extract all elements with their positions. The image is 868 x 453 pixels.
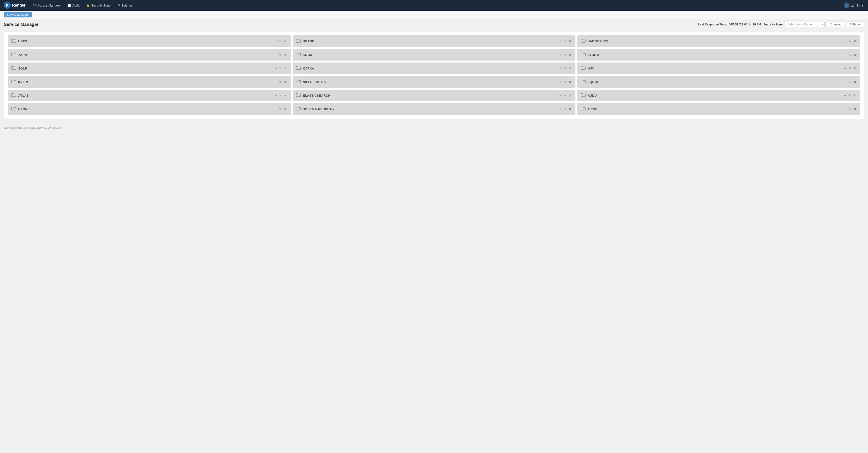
delete-button-solr[interactable]: ✖ [284,67,287,70]
lock-icon: 🔒 [87,4,90,7]
doc-icon: 📄 [68,4,71,7]
service-item-kafka: KAFKA + ✎ ✖ [292,62,575,74]
delete-button-knox[interactable]: ✖ [568,53,572,56]
user-menu[interactable]: 👤 admin ▼ [844,2,864,8]
delete-button-kudu[interactable]: ✖ [853,94,857,97]
nav-item-audit[interactable]: 📄 Audit [65,2,83,9]
username-label: admin [851,4,860,7]
nav-items: 🛡 Access Manager 📄 Audit 🔒 Security Zone… [30,2,844,9]
service-actions-storm: + ✎ ✖ [843,53,857,56]
edit-button-knox[interactable]: ✎ [563,53,567,56]
service-left-sqoop: SQOOP [581,80,599,84]
add-button-hadoop-sql[interactable]: + [843,40,846,43]
delete-button-hbase[interactable]: ✖ [568,40,572,43]
service-item-trino: TRINO + ✎ ✖ [578,103,860,115]
add-button-nifi-registry[interactable]: + [559,81,562,84]
delete-button-kafka[interactable]: ✖ [568,67,572,70]
service-actions-nifi-registry: + ✎ ✖ [559,81,572,84]
nav-item-access-manager[interactable]: 🛡 Access Manager [30,2,64,9]
edit-button-solr[interactable]: ✎ [279,67,282,70]
service-item-atlas: ATLAS + ✎ ✖ [8,90,290,101]
service-actions-ozone: + ✎ ✖ [274,108,287,111]
delete-button-yarn[interactable]: ✖ [284,53,287,56]
zone-select-wrapper: Select Zone Name [786,22,825,27]
add-button-ozone[interactable]: + [274,108,277,111]
service-name-knox: KNOX [303,53,312,57]
service-item-nifi: NIFI + ✎ ✖ [578,62,860,74]
add-button-knox[interactable]: + [559,53,562,56]
nav-item-security-zone[interactable]: 🔒 Security Zone [84,2,114,9]
service-name-hdfs: HDFS [18,39,27,43]
delete-button-kylin[interactable]: ✖ [284,81,287,84]
add-button-hdfs[interactable]: + [274,40,277,43]
add-button-kylin[interactable]: + [274,81,277,84]
edit-button-schema-registry[interactable]: ✎ [563,108,567,111]
import-checkbox-icon: ☑ [830,23,832,26]
import-button[interactable]: ☑ Import [827,22,844,27]
add-button-storm[interactable]: + [843,53,846,56]
nav-item-settings[interactable]: ⚙ Settings [115,2,135,9]
edit-button-kafka[interactable]: ✎ [563,67,567,70]
delete-button-storm[interactable]: ✖ [853,53,857,56]
service-name-kylin: KYLIN [18,80,28,84]
breadcrumb-service-manager[interactable]: Service Manager [4,12,32,18]
add-button-yarn[interactable]: + [274,53,277,56]
header-controls: Last Response Time : 06/17/2022 05:14:26… [698,22,864,27]
delete-button-sqoop[interactable]: ✖ [853,81,857,84]
service-name-nifi: NIFI [588,67,594,70]
edit-button-hbase[interactable]: ✎ [563,40,567,43]
service-item-ozone: OZONE + ✎ ✖ [8,103,290,115]
footer: Licensed under the Apache License, Versi… [0,121,868,134]
delete-button-schema-registry[interactable]: ✖ [568,108,572,111]
add-button-nifi[interactable]: + [843,67,846,70]
service-item-kylin: KYLIN + ✎ ✖ [8,76,290,88]
delete-button-trino[interactable]: ✖ [853,108,857,111]
delete-button-nifi-registry[interactable]: ✖ [568,81,572,84]
edit-button-elasticsearch[interactable]: ✎ [563,94,567,97]
edit-button-kudu[interactable]: ✎ [848,94,851,97]
service-name-storm: STORM [588,53,599,57]
edit-button-nifi-registry[interactable]: ✎ [563,81,567,84]
edit-button-sqoop[interactable]: ✎ [848,81,851,84]
import-label: Import [833,23,842,26]
edit-button-atlas[interactable]: ✎ [279,94,282,97]
edit-button-trino[interactable]: ✎ [848,108,851,111]
edit-button-kylin[interactable]: ✎ [279,81,282,84]
folder-icon-hadoop-sql [581,39,586,43]
add-button-elasticsearch[interactable]: + [559,94,562,97]
add-button-atlas[interactable]: + [274,94,277,97]
edit-button-yarn[interactable]: ✎ [279,53,282,56]
folder-icon-sqoop [581,80,586,84]
delete-button-ozone[interactable]: ✖ [284,108,287,111]
service-item-schema-registry: SCHEMA-REGISTRY + ✎ ✖ [292,103,575,115]
service-actions-hadoop-sql: + ✎ ✖ [843,40,857,43]
last-response-label: Last Response Time : [698,23,728,26]
service-left-nifi-registry: NIFI-REGISTRY [296,80,327,84]
add-button-schema-registry[interactable]: + [559,108,562,111]
edit-button-storm[interactable]: ✎ [848,53,851,56]
add-button-kafka[interactable]: + [559,67,562,70]
delete-button-hadoop-sql[interactable]: ✖ [853,40,857,43]
add-button-trino[interactable]: + [843,108,846,111]
service-actions-kudu: + ✎ ✖ [843,94,857,97]
add-button-kudu[interactable]: + [843,94,846,97]
delete-button-hdfs[interactable]: ✖ [284,40,287,43]
add-button-hbase[interactable]: + [559,40,562,43]
export-button[interactable]: ☑ Export [847,22,864,27]
add-button-solr[interactable]: + [274,67,277,70]
user-avatar-icon: 👤 [844,2,849,8]
delete-button-elasticsearch[interactable]: ✖ [568,94,572,97]
edit-button-ozone[interactable]: ✎ [279,108,282,111]
navbar: R Ranger 🛡 Access Manager 📄 Audit 🔒 Secu… [0,0,868,11]
add-button-sqoop[interactable]: + [843,81,846,84]
brand-logo[interactable]: R Ranger [4,2,25,9]
delete-button-nifi[interactable]: ✖ [853,67,857,70]
edit-button-hadoop-sql[interactable]: ✎ [848,40,851,43]
zone-select[interactable]: Select Zone Name [786,22,825,27]
delete-button-atlas[interactable]: ✖ [284,94,287,97]
service-left-yarn: YARN [11,52,27,57]
edit-button-nifi[interactable]: ✎ [848,67,851,70]
folder-icon-schema-registry [296,107,301,112]
service-item-hdfs: HDFS + ✎ ✖ [8,35,290,47]
edit-button-hdfs[interactable]: ✎ [279,40,282,43]
